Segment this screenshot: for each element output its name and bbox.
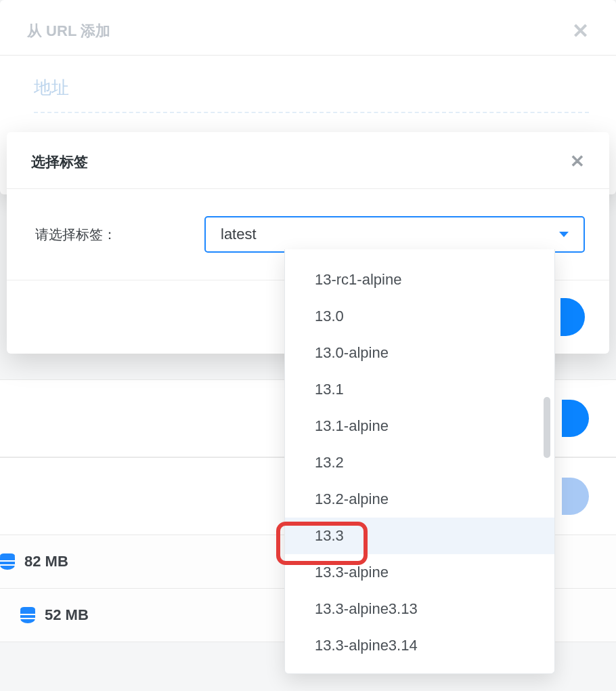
tag-select[interactable]: latest [204, 216, 585, 253]
selected-value: latest [221, 226, 257, 243]
dropdown-option[interactable]: 13.3-alpine3.14 [285, 627, 554, 664]
chevron-down-icon [559, 232, 569, 237]
dropdown-option[interactable]: 13.3-alpine [285, 554, 554, 591]
scrollbar-thumb[interactable] [544, 397, 550, 458]
close-icon[interactable]: ✕ [570, 151, 585, 172]
action-pill[interactable] [562, 400, 589, 437]
action-pill[interactable] [562, 478, 589, 515]
bg-modal-header: 从 URL 添加 ✕ [0, 0, 616, 56]
dropdown-option-highlighted[interactable]: 13.3 [285, 518, 554, 554]
dropdown-option[interactable]: 13.1 [285, 371, 554, 408]
tag-dropdown[interactable]: 13-rc1-alpine 13.0 13.0-alpine 13.1 13.1… [284, 249, 555, 674]
dropdown-option[interactable]: 13.3-alpine3.13 [285, 591, 554, 627]
dropdown-option[interactable]: 13.2 [285, 444, 554, 481]
close-icon[interactable]: ✕ [572, 19, 589, 43]
select-label: 请选择标签： [35, 226, 116, 244]
size-value: 82 MB [24, 553, 68, 570]
submit-pill[interactable] [560, 298, 585, 336]
fg-modal-header: 选择标签 ✕ [7, 132, 609, 189]
fg-modal-title: 选择标签 [31, 152, 88, 171]
size-value: 52 MB [45, 606, 89, 624]
url-label: 地址 [34, 76, 589, 113]
dropdown-option[interactable]: 13.0-alpine [285, 335, 554, 371]
bg-modal-title: 从 URL 添加 [27, 21, 110, 41]
database-icon [20, 607, 35, 623]
dropdown-option[interactable]: 13.0 [285, 298, 554, 335]
database-icon [0, 553, 15, 570]
dropdown-option[interactable]: 13-rc1-alpine [285, 261, 554, 298]
dropdown-option[interactable]: 13.1-alpine [285, 408, 554, 444]
dropdown-option[interactable]: 13.2-alpine [285, 481, 554, 518]
